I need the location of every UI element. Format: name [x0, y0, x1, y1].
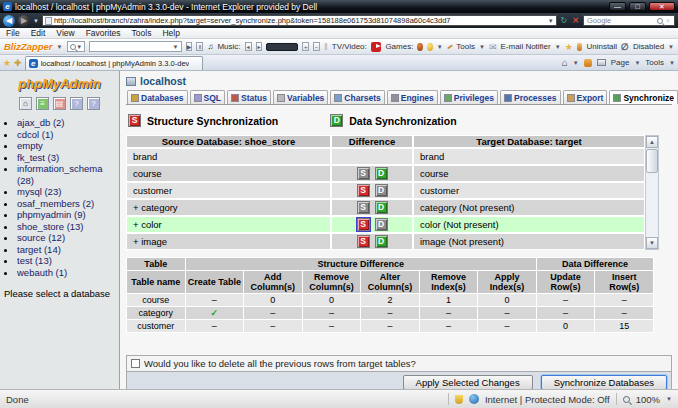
close-button[interactable]: ✕ — [649, 2, 675, 11]
maximize-button[interactable]: □ — [629, 2, 646, 11]
database-link[interactable]: shoe_store (13) — [17, 221, 84, 232]
search-icon[interactable] — [657, 18, 663, 24]
data-sync-button[interactable]: D — [375, 167, 388, 180]
prev-track-button[interactable]: ◂ — [245, 42, 252, 51]
data-sync-button[interactable]: D — [375, 218, 388, 231]
pma-logo[interactable]: phpMyAdmin — [2, 76, 117, 91]
database-link[interactable]: empty — [17, 140, 43, 151]
refresh-button[interactable]: ↻ — [560, 15, 569, 26]
docs-icon[interactable]: ▤ — [53, 97, 66, 110]
uninstall-label[interactable]: Uninstall — [586, 42, 617, 51]
structure-sync-button[interactable]: S — [357, 167, 370, 180]
database-link[interactable]: information_schema (28) — [17, 163, 103, 186]
home-icon[interactable]: ⌂ — [19, 97, 32, 110]
search-dropdown-icon[interactable]: ▼ — [665, 18, 671, 24]
data-sync-button[interactable]: D — [375, 235, 388, 248]
search-input[interactable]: Google — [587, 16, 655, 25]
minimize-button[interactable]: — — [609, 2, 626, 11]
addon-search-combo[interactable]: ▼ — [67, 41, 86, 52]
database-link[interactable]: fk_test (3) — [17, 152, 59, 163]
page-dropdown-icon[interactable]: ▼ — [634, 60, 640, 66]
address-dropdown-icon[interactable]: ▼ — [548, 18, 554, 24]
tab-charsets[interactable]: Charsets — [330, 90, 384, 104]
addon-input-combo[interactable]: ▼ — [89, 41, 181, 52]
database-link[interactable]: ajax_db (2) — [17, 117, 65, 128]
database-link[interactable]: cdcol (1) — [17, 129, 53, 140]
stop-button[interactable]: ✕ — [571, 15, 580, 26]
structure-sync-button[interactable]: S — [357, 235, 370, 248]
database-link[interactable]: target (14) — [17, 244, 61, 255]
database-link[interactable]: osaf_members (2) — [17, 198, 94, 209]
ie-tools-dropdown-icon[interactable]: ▼ — [669, 60, 675, 66]
home-dropdown-icon[interactable]: ▼ — [573, 60, 579, 66]
page-menu[interactable]: Page — [611, 58, 630, 67]
tools-dropdown-icon[interactable]: ▼ — [479, 44, 485, 50]
database-link[interactable]: mysql (23) — [17, 186, 61, 197]
structure-sync-button[interactable]: S — [357, 201, 370, 214]
tab-synchronize[interactable]: Synchronize — [609, 90, 678, 104]
addon-logo-dropdown-icon[interactable]: ▼ — [57, 44, 63, 50]
zoom-level[interactable]: 100% — [636, 394, 660, 405]
pma-docs-icon[interactable]: ? — [87, 97, 100, 110]
scroll-up-icon[interactable]: ▲ — [646, 136, 658, 148]
scroll-down-icon[interactable]: ▼ — [646, 237, 658, 249]
tab-sql[interactable]: SQL — [190, 90, 225, 104]
volume-up-button[interactable]: + — [302, 42, 309, 51]
disabled-label[interactable]: Disabled — [633, 42, 664, 51]
disabled-dropdown-icon[interactable]: ▼ — [668, 44, 674, 50]
address-field[interactable]: http://localhost/branch/zahra/index.php?… — [42, 15, 557, 26]
forward-button[interactable]: ▶ — [18, 15, 30, 27]
server-name[interactable]: localhost — [140, 75, 186, 87]
database-link[interactable]: webauth (1) — [17, 267, 67, 278]
synchronize-databases-button[interactable]: Synchronize Databases — [541, 375, 667, 389]
menu-view[interactable]: View — [56, 28, 74, 38]
home-icon[interactable]: ⌂ — [562, 57, 568, 68]
database-link[interactable]: phpmyadmin (9) — [17, 209, 86, 220]
play-button[interactable]: ▶ — [186, 42, 193, 51]
email-notifier-label[interactable]: E-mail Notifier — [501, 42, 551, 51]
tab-engines[interactable]: Engines — [387, 90, 438, 104]
menu-file[interactable]: File — [6, 28, 20, 38]
volume-slider[interactable] — [266, 43, 298, 51]
print-icon[interactable] — [597, 59, 606, 66]
tab-privileges[interactable]: Privileges — [440, 90, 498, 104]
scroll-thumb[interactable] — [646, 149, 658, 173]
basketball-icon[interactable] — [417, 43, 423, 51]
history-dropdown-icon[interactable]: ▼ — [33, 18, 39, 24]
email-dropdown-icon[interactable]: ▼ — [555, 44, 561, 50]
data-sync-button[interactable]: D — [375, 201, 388, 214]
zoom-icon[interactable] — [623, 396, 630, 403]
next-track-button[interactable]: ▸ — [256, 42, 263, 51]
ie-tools-menu[interactable]: Tools — [645, 58, 664, 67]
tab-status[interactable]: Status — [227, 90, 271, 104]
feeds-icon[interactable] — [584, 59, 592, 67]
structure-sync-button[interactable]: S — [357, 184, 370, 197]
delete-rows-checkbox[interactable] — [131, 359, 140, 368]
browser-tab[interactable]: e localhost / localhost | phpMyAdmin 3.3… — [25, 56, 203, 70]
search-box[interactable]: Google ▼ — [583, 15, 675, 26]
tab-export[interactable]: Export — [563, 90, 608, 104]
addon-tools-label[interactable]: Tools — [456, 42, 475, 51]
zoom-dropdown-icon[interactable]: ▼ — [666, 396, 672, 402]
sql-window-icon[interactable]: ≡ — [36, 97, 49, 110]
data-sync-button[interactable]: D — [375, 184, 388, 197]
diff-scrollbar[interactable]: ▲ ▼ — [645, 135, 659, 250]
mysql-docs-icon[interactable]: ? — [70, 97, 83, 110]
pause-button[interactable]: ‖ — [196, 42, 203, 51]
apply-selected-changes-button[interactable]: Apply Selected Changes — [403, 375, 533, 389]
smiley-icon[interactable] — [427, 43, 433, 51]
tab-variables[interactable]: Variables — [273, 90, 328, 104]
tab-processes[interactable]: Processes — [500, 90, 561, 104]
menu-tools[interactable]: Tools — [132, 28, 152, 38]
tab-databases[interactable]: Databases — [127, 90, 188, 104]
menu-edit[interactable]: Edit — [31, 28, 46, 38]
structure-sync-button[interactable]: S — [357, 218, 370, 231]
star-icon[interactable]: ★ — [565, 42, 573, 52]
games-dropdown-icon[interactable]: ▼ — [437, 44, 443, 50]
youtube-icon[interactable] — [371, 42, 382, 52]
favorites-star-icon[interactable]: ★ — [3, 58, 11, 68]
volume-down-button[interactable]: − — [313, 42, 320, 51]
database-link[interactable]: source (12) — [17, 232, 65, 243]
add-favorite-icon[interactable]: ✚ — [14, 58, 22, 68]
database-link[interactable]: test (13) — [17, 255, 52, 266]
